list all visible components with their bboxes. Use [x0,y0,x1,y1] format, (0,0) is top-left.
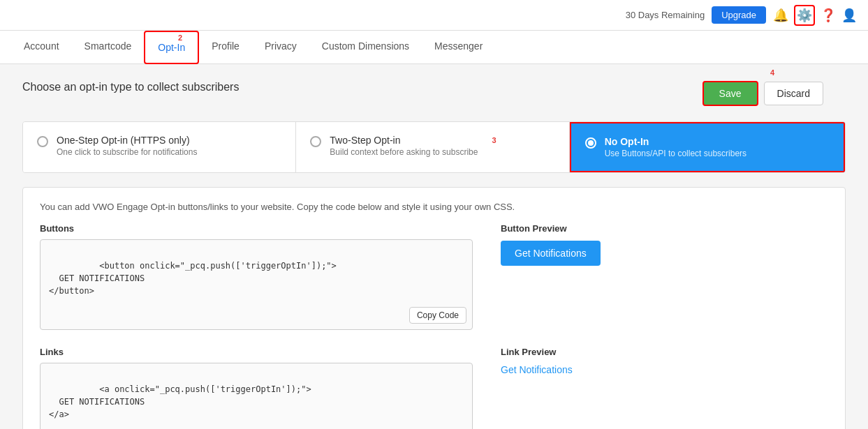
optin-two-step-title: Two-Step Opt-in [330,135,478,146]
optin-card-one-step-text: One-Step Opt-in (HTTPS only) One click t… [57,135,197,157]
optin-two-step-desc: Build context before asking to subscribe [330,147,478,157]
two-col-buttons: Buttons <button onclick="_pcq.push(['tri… [40,223,828,330]
days-remaining: 30 Days Remaining [626,10,705,20]
optin-card-two-step[interactable]: Two-Step Opt-in Build context before ask… [296,122,569,172]
user-icon[interactable]: 👤 [841,8,857,23]
main-content: Choose an opt-in type to collect subscri… [0,64,868,429]
buttons-label: Buttons [40,223,473,234]
optin-no-optin-desc: Use Buttons/API to collect subscribers [605,149,746,158]
radio-two-step[interactable] [310,136,321,147]
nav-badge-2: 2 [178,33,868,42]
links-label: Links [40,347,473,357]
discard-button[interactable]: Discard [764,82,823,105]
buttons-code-box: <button onclick="_pcq.push(['triggerOptI… [40,239,473,330]
nav-account[interactable]: Account [11,31,72,63]
badge-4: 4 [770,68,774,77]
link-preview-label: Link Preview [501,347,710,357]
get-notifications-link[interactable]: Get Notifications [501,364,573,375]
topbar-icons: 🔔 ⚙️ 1 ❓ 👤 [773,5,857,26]
info-box: You can add VWO Engage Opt-in buttons/li… [22,187,846,429]
buttons-code: <button onclick="_pcq.push(['triggerOptI… [49,261,337,296]
two-col-links: Links <a onclick="_pcq.push(['triggerOpt… [40,347,828,429]
button-preview-col: Button Preview Get Notifications [501,223,710,330]
optin-card-one-step[interactable]: One-Step Opt-in (HTTPS only) One click t… [23,122,296,172]
optin-one-step-desc: One click to subscribe for notifications [57,147,197,157]
info-desc: You can add VWO Engage Opt-in buttons/li… [40,202,828,212]
nav-optin[interactable]: Opt-In [144,31,199,64]
get-notifications-button[interactable]: Get Notifications [501,241,601,266]
gear-icon[interactable]: ⚙️ 1 [794,5,815,26]
links-col: Links <a onclick="_pcq.push(['triggerOpt… [40,347,473,429]
section-title: Choose an opt-in type to collect subscri… [22,81,239,93]
section-header: Choose an opt-in type to collect subscri… [22,81,846,107]
navigation: 2 Account Smartcode Opt-In Profile Priva… [0,31,868,64]
radio-no-optin[interactable] [585,137,596,149]
save-button[interactable]: Save [703,81,758,106]
radio-one-step[interactable] [37,136,48,147]
topbar: 30 Days Remaining Upgrade 🔔 ⚙️ 1 ❓ 👤 [0,0,868,31]
optin-no-optin-title: No Opt-In [605,136,746,147]
optin-one-step-title: One-Step Opt-in (HTTPS only) [57,135,197,146]
button-preview-label: Button Preview [501,223,710,234]
help-icon[interactable]: ❓ [821,8,836,23]
bell-icon[interactable]: 🔔 [773,8,788,23]
link-preview-col: Link Preview Get Notifications [501,347,710,429]
nav-smartcode[interactable]: Smartcode [72,31,145,63]
buttons-col: Buttons <button onclick="_pcq.push(['tri… [40,223,473,330]
optin-card-no-optin-text: No Opt-In Use Buttons/API to collect sub… [605,136,746,158]
links-code-box: <a onclick="_pcq.push(['triggerOptIn']);… [40,363,473,429]
links-code: <a onclick="_pcq.push(['triggerOptIn']);… [49,384,311,419]
optin-card-two-step-text: Two-Step Opt-in Build context before ask… [330,135,478,157]
action-bar: 4 Save Discard [703,81,823,106]
optin-card-no-optin[interactable]: No Opt-In Use Buttons/API to collect sub… [570,122,845,172]
optin-cards: One-Step Opt-in (HTTPS only) One click t… [22,121,846,173]
upgrade-button[interactable]: Upgrade [712,6,766,24]
badge-3: 3 [492,136,496,144]
copy-buttons-code-button[interactable]: Copy Code [409,307,466,324]
